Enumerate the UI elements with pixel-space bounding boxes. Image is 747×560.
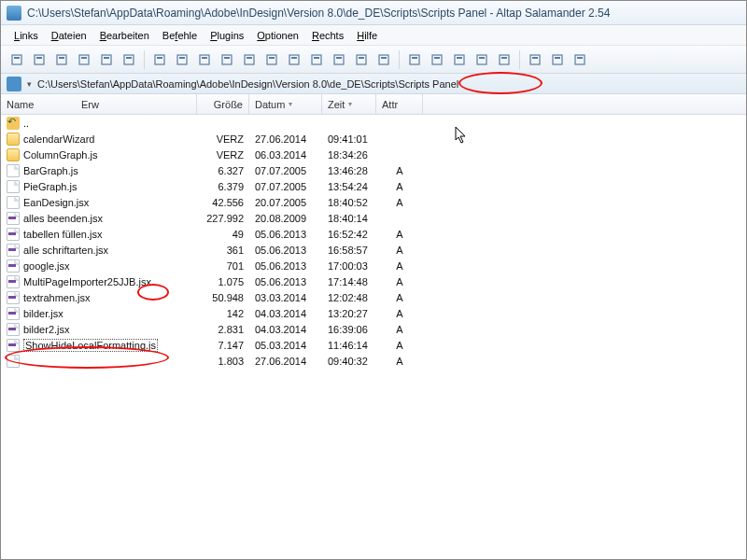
svg-rect-45 [532,57,538,59]
parent-dir-row[interactable]: .. [1,115,746,131]
column-date[interactable]: Datum [249,94,322,114]
toolbar [1,46,746,74]
copy-icon[interactable] [172,49,192,70]
svg-rect-5 [59,57,64,59]
column-size[interactable]: Größe [197,94,249,114]
options-icon[interactable] [494,49,514,70]
table-row[interactable]: MultiPageImporter25JJB.jsx1.07505.06.201… [1,273,746,289]
file-name: calendarWizard [23,133,94,145]
file-name: EanDesign.jsx [23,197,89,208]
tree-icon[interactable] [351,49,372,70]
svg-rect-0 [12,55,21,64]
drive-dropdown-icon[interactable]: ▾ [27,79,32,89]
svg-rect-42 [500,55,509,64]
table-row[interactable]: PieGraph.js6.37907.07.200513:54:24A [1,178,746,194]
file-time: 17:14:48 [322,276,376,287]
view-list-icon[interactable] [261,49,282,70]
svg-rect-1 [14,57,20,59]
table-row[interactable]: ColumnGraph.jsVERZ06.03.201418:34:26 [1,147,746,162]
up-icon [7,117,20,130]
back-icon[interactable] [29,49,49,70]
file-name: textrahmen.jsx [23,292,91,303]
file-name: google.jsx [23,260,70,272]
copy2-icon[interactable] [547,49,568,70]
help-icon[interactable] [525,49,545,70]
menu-plugins[interactable]: Plugins [204,28,249,43]
table-row[interactable]: ShowHideLocalFormatting.js7.14705.03.201… [1,337,746,353]
menu-bearbeiten[interactable]: Bearbeiten [94,28,155,43]
table-row[interactable]: bilder2.jsx2.83104.03.201416:39:06A [1,321,746,337]
svg-rect-23 [269,57,275,59]
file-attr: A [376,356,423,367]
menu-rechts[interactable]: Rechts [306,28,349,43]
table-row[interactable]: bilder.jsx14204.03.201413:20:27A [1,305,746,321]
table-row[interactable]: tabellen füllen.jsx4905.06.201316:52:42A [1,226,746,242]
file-size: 142 [197,308,249,319]
table-row[interactable]: alle schriftarten.jsx36105.06.201316:58:… [1,242,746,258]
file-list[interactable]: ..calendarWizardVERZ27.06.201409:41:01Co… [1,115,746,369]
file-name: alle schriftarten.jsx [23,245,108,256]
table-row[interactable]: calendarWizardVERZ27.06.201409:41:01 [1,131,746,147]
file-date: 20.08.2009 [249,213,322,224]
file-date: 05.06.2013 [249,229,322,240]
exit-icon[interactable] [570,49,590,70]
menu-hilfe[interactable]: Hilfe [351,28,383,43]
refresh-icon[interactable] [119,49,139,70]
file-name: .. [23,118,29,129]
column-time[interactable]: Zeit [322,94,376,114]
columns-icon[interactable] [374,49,394,70]
paste-icon[interactable] [194,49,215,70]
table-row[interactable]: EanDesign.jsx42.55620.07.200518:40:52A [1,194,746,210]
svg-rect-20 [245,55,254,64]
file-size: 1.075 [197,276,249,287]
view-details-icon[interactable] [284,49,304,70]
current-path: C:\Users\Stefan\AppData\Roaming\Adobe\In… [37,78,458,90]
file-date: 27.06.2014 [249,133,322,145]
cut-icon[interactable] [149,49,170,70]
extract-icon[interactable] [427,49,447,70]
svg-rect-4 [57,55,66,64]
svg-rect-48 [575,55,585,64]
svg-rect-34 [410,55,419,64]
archive-icon[interactable] [404,49,425,70]
filter-icon[interactable] [329,49,349,70]
menu-befehle[interactable]: Befehle [157,28,203,43]
table-row[interactable]: google.jsx70105.06.201317:00:03A [1,258,746,273]
find-icon[interactable] [239,49,260,70]
column-attr[interactable]: Attr [376,94,423,114]
file-name: BarGraph.js [23,165,78,176]
svg-rect-32 [379,55,388,64]
file-time: 13:46:28 [322,165,376,176]
file-date: 05.06.2013 [249,276,322,287]
path-bar[interactable]: ▾ C:\Users\Stefan\AppData\Roaming\Adobe\… [1,74,746,94]
clipboard-icon[interactable] [217,49,237,70]
table-row[interactable]: alles beenden.jsx227.99220.08.200918:40:… [1,210,746,226]
file-date: 04.03.2014 [249,324,322,335]
menu-dateien[interactable]: Dateien [46,28,92,43]
file-time: 16:52:42 [322,229,376,240]
svg-rect-8 [102,55,111,64]
terminal-icon[interactable] [472,49,492,70]
menu-optionen[interactable]: Optionen [251,28,304,43]
drive-icon[interactable] [7,49,27,70]
svg-rect-46 [553,55,562,64]
svg-rect-14 [177,55,187,64]
new-folder-icon[interactable] [74,49,94,70]
folder-icon [7,148,20,161]
file-name: MultiPageImporter25JJB.jsx [23,276,151,287]
svg-rect-49 [577,57,583,59]
column-name[interactable]: Name Erw [1,94,197,114]
svg-rect-33 [381,57,387,59]
table-row[interactable]: BarGraph.js6.32707.07.200513:46:28A [1,162,746,178]
svg-rect-26 [312,55,321,64]
table-row[interactable]: textrahmen.jsx50.94803.03.201412:02:48A [1,289,746,305]
svg-rect-36 [432,55,442,64]
disk-icon[interactable] [449,49,470,70]
properties-icon[interactable] [96,49,117,70]
file-time: 16:58:57 [322,245,376,256]
sort-icon[interactable] [306,49,327,70]
menu-links[interactable]: LLinksinks [8,28,44,43]
file-name: tabellen füllen.jsx [23,229,102,240]
forward-icon[interactable] [51,49,72,70]
table-row[interactable]: 1.80327.06.201409:40:32A [1,353,746,369]
